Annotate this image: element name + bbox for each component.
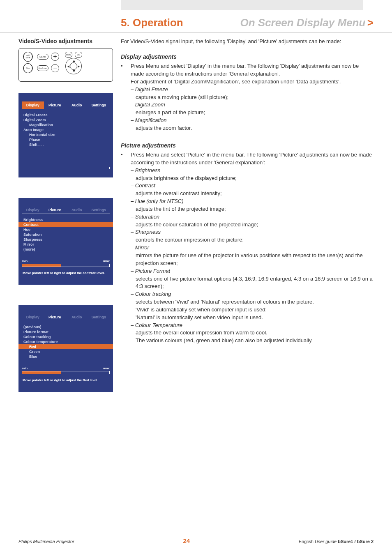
- osd3-tabs: Display Picture Audio Settings: [18, 313, 113, 321]
- bullet-icon: •: [121, 62, 125, 132]
- bar-fill: [22, 371, 61, 374]
- picture-item-desc: adjusts brightness of the displayed pict…: [131, 175, 374, 182]
- section-title-wrap: On Screen Display Menu >: [240, 16, 374, 29]
- footer-page: 24: [183, 537, 190, 544]
- right-column: For Video/S-Video signal input, the foll…: [121, 38, 374, 345]
- display-item-label: – Digital Zoom: [131, 101, 374, 109]
- osd3-item: Colour temperature: [23, 339, 108, 344]
- tab-audio: Audio: [66, 206, 88, 214]
- osd1-sep: [22, 109, 110, 109]
- picture-item-desc: mirrors the picture for use of the proje…: [131, 252, 374, 267]
- osd3-list: (previous) Picture format Colour trackin…: [18, 324, 113, 360]
- osd3-item: Green: [23, 349, 108, 354]
- auto-image-button: Auto Image: [37, 65, 48, 71]
- osd2-item-selected: Contrast: [18, 222, 113, 227]
- picture-bullet-text: Press Menu and select 'Picture' in the m…: [131, 151, 374, 167]
- arrow-up-icon: [73, 60, 75, 62]
- display-item-desc: captures a moving picture (still picture…: [131, 94, 374, 101]
- menu-button: Menu: [65, 52, 72, 58]
- plus-icon: +: [53, 53, 57, 60]
- section-gt: >: [367, 16, 374, 29]
- osd2-bar: min max: [22, 259, 110, 267]
- picture-item-label: – Saturation: [131, 213, 374, 221]
- display-bullet: • Press Menu and select 'Display' in the…: [121, 62, 374, 132]
- dpad: [65, 58, 82, 74]
- footer-right: English User guide bSure1 / bSure 2: [299, 539, 374, 544]
- source-button: Source: [37, 54, 48, 60]
- display-bullet-text: Press Menu and select 'Display' in the m…: [131, 62, 374, 78]
- page-header: 5. Operation On Screen Display Menu >: [0, 16, 392, 33]
- display-item-label: – Digital Freeze: [131, 86, 374, 94]
- tab-display: Display: [22, 313, 44, 321]
- tab-settings: Settings: [88, 101, 110, 109]
- bar-max: max: [103, 259, 110, 263]
- picture-heading: Picture adjustments: [121, 141, 374, 150]
- osd1-bar: [22, 167, 110, 169]
- osd2-item: Saturation: [23, 232, 108, 237]
- bullet-icon: •: [121, 151, 125, 345]
- tab-audio: Audio: [66, 101, 88, 109]
- picture-item-desc: adjusts the overall colour impression fr…: [131, 329, 374, 337]
- osd1-item: Digital Freeze: [23, 113, 108, 117]
- intro-text: For Video/S-Video signal input, the foll…: [121, 38, 374, 46]
- osd3-item: Picture format: [23, 329, 108, 334]
- osd3-item: (previous): [23, 325, 108, 329]
- minus-icon: −: [53, 64, 57, 72]
- osd1-item: Shift . . .: [23, 142, 108, 147]
- tab-display: Display: [22, 101, 44, 109]
- picture-item-label: – Contrast: [131, 182, 374, 190]
- osd2-item: Brightness: [23, 217, 108, 222]
- bar-track: [22, 264, 110, 267]
- arrow-right-icon: [78, 65, 80, 68]
- arrow-down-icon: [73, 70, 75, 72]
- tab-picture: Picture: [44, 313, 66, 321]
- osd2-sep: [22, 214, 110, 214]
- section-title: On Screen Display Menu: [240, 16, 365, 29]
- osd1-list: Digital Freeze Digital Zoom Magnificatio…: [18, 112, 113, 148]
- osd-picture-menu-1: Display Picture Audio Settings Brightnes…: [18, 198, 113, 285]
- av-mute-button: A/V Mute: [23, 52, 33, 62]
- osd1-item: Digital Zoom: [23, 117, 108, 122]
- left-column: Video/S-Video adjustments A/V Mute Sourc…: [18, 38, 113, 392]
- picture-item-desc: adjusts the colour saturation of the pro…: [131, 221, 374, 229]
- left-heading: Video/S-Video adjustments: [18, 38, 113, 44]
- footer-lang: English: [299, 539, 314, 544]
- osd2-item: (more): [23, 247, 108, 252]
- osd1-item: Phase: [23, 137, 108, 142]
- remote-cluster-right: Menu OK: [65, 52, 82, 74]
- display-item-label: – Magnification: [131, 117, 374, 124]
- picture-item-label: – Colour Temperature: [131, 322, 374, 329]
- chapter-title: 5. Operation: [121, 16, 183, 29]
- bar-max: max: [103, 366, 110, 370]
- osd3-hint: Move pointer left or right to adjust the…: [18, 374, 113, 382]
- osd2-item: Mirror: [23, 242, 108, 247]
- osd3-item: Blue: [23, 354, 108, 359]
- osd-picture-menu-2: Display Picture Audio Settings (previous…: [18, 305, 113, 392]
- picture-item-extra: 'Vivid' is automatically set when comput…: [131, 306, 374, 314]
- footer-model: bSure1 / bSure 2: [338, 539, 374, 544]
- picture-item-desc: selects one of five picture format optio…: [131, 275, 374, 291]
- ok-button: OK: [75, 52, 82, 58]
- display-heading: Display adjustments: [121, 53, 374, 61]
- display-note: For adjustment of 'Digital Zoom/Magnific…: [131, 78, 374, 86]
- osd2-tabs: Display Picture Audio Settings: [18, 206, 113, 214]
- osd2-list: Brightness Contrast Hue Saturation Sharp…: [18, 216, 113, 253]
- picture-item-extra: The various colours (red, green and blue…: [131, 337, 374, 345]
- picture-item-extra: 'Natural' is automatically set when vide…: [131, 314, 374, 322]
- picture-item-label: – Brightness: [131, 167, 374, 175]
- tab-display: Display: [22, 206, 44, 214]
- dpad-center: [70, 62, 77, 70]
- picture-item-label: – Sharpness: [131, 228, 374, 236]
- bar-fill: [22, 264, 61, 267]
- tab-settings: Settings: [88, 206, 110, 214]
- page-footer: Philips Multimedia Projector 24 English …: [18, 537, 374, 544]
- picture-item-label: – Colour tracking: [131, 290, 374, 298]
- av-mute-inner: A/V Mute: [23, 52, 32, 62]
- footer-left: Philips Multimedia Projector: [18, 539, 74, 544]
- dkey-button: D-key: [23, 63, 33, 73]
- osd2-hint: Move pointer left or right to adjust the…: [18, 267, 113, 275]
- picture-item-label: – Picture Format: [131, 267, 374, 275]
- osd2-item: Sharpness: [23, 237, 108, 242]
- bar-track: [22, 371, 110, 374]
- bar-min: min: [22, 366, 28, 370]
